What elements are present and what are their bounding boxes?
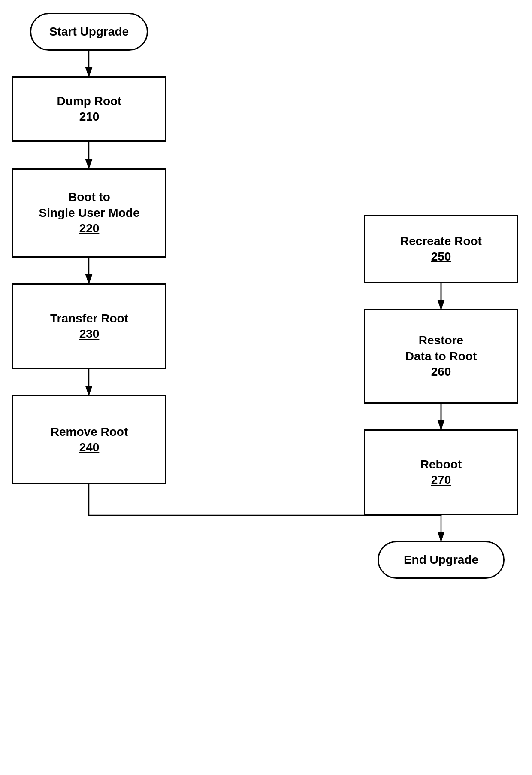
reboot-label: Reboot xyxy=(420,457,462,472)
end-upgrade-node: End Upgrade xyxy=(378,541,505,579)
recreate-root-id: 250 xyxy=(400,249,482,264)
remove-root-label: Remove Root xyxy=(51,424,128,440)
transfer-root-id: 230 xyxy=(50,326,128,342)
dump-root-label: Dump Root xyxy=(57,94,122,109)
dump-root-id: 210 xyxy=(57,109,122,125)
restore-data-label: RestoreData to Root xyxy=(405,333,477,364)
start-upgrade-label: Start Upgrade xyxy=(49,24,129,40)
boot-single-label: Boot toSingle User Mode xyxy=(39,189,140,221)
recreate-root-node: Recreate Root 250 xyxy=(364,215,518,283)
reboot-node: Reboot 270 xyxy=(364,429,518,515)
end-upgrade-label: End Upgrade xyxy=(404,552,478,568)
transfer-root-label: Transfer Root xyxy=(50,311,128,326)
restore-data-node: RestoreData to Root 260 xyxy=(364,309,518,404)
boot-single-id: 220 xyxy=(39,221,140,236)
boot-single-node: Boot toSingle User Mode 220 xyxy=(12,168,166,258)
reboot-id: 270 xyxy=(420,472,462,488)
transfer-root-node: Transfer Root 230 xyxy=(12,283,166,369)
recreate-root-label: Recreate Root xyxy=(400,234,482,249)
restore-data-id: 260 xyxy=(405,364,477,380)
remove-root-node: Remove Root 240 xyxy=(12,395,166,484)
dump-root-node: Dump Root 210 xyxy=(12,76,166,142)
start-upgrade-node: Start Upgrade xyxy=(30,13,148,51)
remove-root-id: 240 xyxy=(51,440,128,455)
flowchart-diagram: Start Upgrade Dump Root 210 Boot toSingl… xyxy=(0,0,532,775)
